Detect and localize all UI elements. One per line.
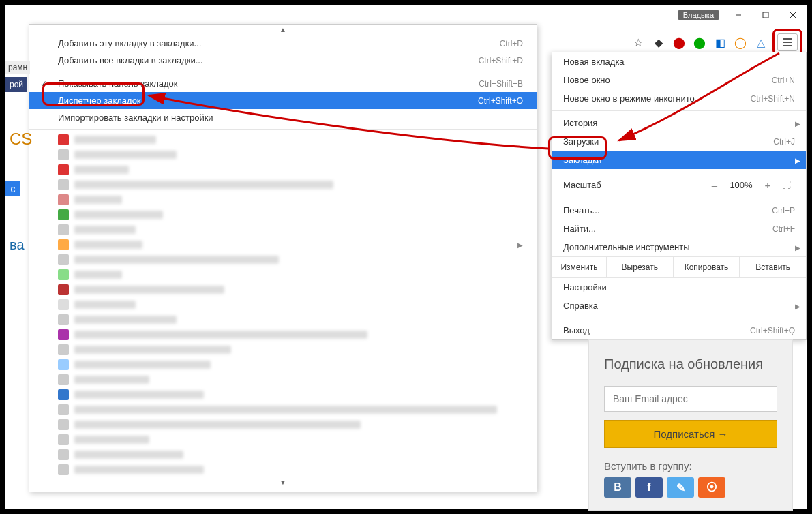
bookmark-item[interactable] xyxy=(29,417,537,432)
bookmark-item[interactable] xyxy=(29,207,537,222)
bookmark-item[interactable] xyxy=(29,147,537,162)
bookmark-item[interactable] xyxy=(29,312,537,327)
menu-edit-label: Изменить xyxy=(552,257,607,277)
extension-icon-4[interactable]: ◯ xyxy=(732,33,749,51)
page-fragment: CS xyxy=(10,130,32,149)
bookmark-item[interactable] xyxy=(29,447,537,462)
menu-zoom: Масштаб – 100% + ⛶ xyxy=(552,175,806,195)
submenu-show-bar[interactable]: ✓Показывать панель закладокCtrl+Shift+B xyxy=(29,75,537,92)
extension-icon-3[interactable]: ◧ xyxy=(711,33,729,51)
bookmark-item[interactable] xyxy=(29,267,537,282)
pocket-icon[interactable]: ◆ xyxy=(650,33,667,51)
bookmark-item[interactable] xyxy=(29,357,537,372)
subscribe-button[interactable]: Подписаться → xyxy=(604,420,777,448)
bookmark-item[interactable] xyxy=(29,177,537,192)
zoom-value: 100% xyxy=(724,180,758,190)
maximize-button[interactable] xyxy=(752,6,779,24)
menu-paste[interactable]: Вставить xyxy=(740,257,806,277)
bookmark-item[interactable]: ▶ xyxy=(29,237,537,252)
close-button[interactable] xyxy=(779,6,807,24)
bookmark-item[interactable] xyxy=(29,252,537,267)
bookmark-item[interactable] xyxy=(29,282,537,297)
page-fragment: с xyxy=(5,181,20,196)
menu-print[interactable]: Печать...Ctrl+P xyxy=(552,201,806,220)
bookmark-item[interactable] xyxy=(29,327,537,342)
svg-rect-1 xyxy=(763,12,768,18)
submenu-add-all[interactable]: Добавить все вкладки в закладки...Ctrl+S… xyxy=(29,52,537,69)
email-field[interactable] xyxy=(604,386,777,412)
submenu-import[interactable]: Импортировать закладки и настройки xyxy=(29,109,537,126)
bookmark-item[interactable] xyxy=(29,342,537,357)
facebook-icon[interactable]: f xyxy=(635,477,663,498)
bookmarks-submenu: ▲ Добавить эту вкладку в закладки...Ctrl… xyxy=(29,24,537,492)
bookmark-item[interactable] xyxy=(29,372,537,387)
subscribe-title: Подписка на обновления xyxy=(604,357,777,372)
menu-edit-row: Изменить Вырезать Копировать Вставить xyxy=(552,256,806,278)
zoom-out-button[interactable]: – xyxy=(705,179,724,191)
bookmark-list: ▶ xyxy=(29,132,537,477)
submenu-scroll-up[interactable]: ▲ xyxy=(29,25,537,35)
fullscreen-button[interactable]: ⛶ xyxy=(777,180,795,190)
extension-icon-1[interactable]: ⬤ xyxy=(670,33,688,51)
bookmark-item[interactable] xyxy=(29,387,537,402)
bookmark-item[interactable] xyxy=(29,132,537,147)
extension-icon-5[interactable]: △ xyxy=(752,33,770,51)
twitter-icon[interactable]: ✎ xyxy=(667,477,694,498)
bookmark-item[interactable] xyxy=(29,402,537,417)
window-titlebar: Владыка xyxy=(678,5,807,25)
menu-exit[interactable]: ВыходCtrl+Shift+Q xyxy=(552,321,806,339)
menu-downloads[interactable]: ЗагрузкиCtrl+J xyxy=(552,132,806,151)
subscribe-box: Подписка на обновления Подписаться → Вст… xyxy=(588,339,793,511)
menu-more-tools[interactable]: Дополнительные инструменты▶ xyxy=(552,238,806,256)
submenu-add-tab[interactable]: Добавить эту вкладку в закладки...Ctrl+D xyxy=(29,35,537,52)
zoom-in-button[interactable]: + xyxy=(758,179,777,191)
bookmark-item[interactable] xyxy=(29,222,537,237)
main-menu: Новая вкладка Новое окноCtrl+N Новое окн… xyxy=(552,52,807,340)
submenu-bookmark-manager[interactable]: Диспетчер закладокCtrl+Shift+O xyxy=(29,92,537,109)
browser-toolbar: ☆ ◆ ⬤ ⬤ ◧ ◯ △ xyxy=(629,30,802,55)
bookmark-item[interactable] xyxy=(29,192,537,207)
minimize-button[interactable] xyxy=(725,6,752,24)
bookmark-item[interactable] xyxy=(29,297,537,312)
menu-copy[interactable]: Копировать xyxy=(674,257,740,277)
menu-cut[interactable]: Вырезать xyxy=(607,257,674,277)
page-fragment: рой xyxy=(5,77,27,92)
menu-new-tab[interactable]: Новая вкладка xyxy=(552,52,806,71)
page-fragment: рамн xyxy=(5,61,30,74)
bookmark-item[interactable] xyxy=(29,462,537,477)
menu-find[interactable]: Найти...Ctrl+F xyxy=(552,220,806,238)
vk-icon[interactable]: B xyxy=(604,477,631,498)
group-title: Вступить в группу: xyxy=(604,460,777,472)
menu-history[interactable]: История▶ xyxy=(552,114,806,132)
rss-icon[interactable]: ⦿ xyxy=(698,477,725,498)
menu-settings[interactable]: Настройки xyxy=(552,278,806,297)
hamburger-menu-button[interactable] xyxy=(777,33,798,51)
user-badge: Владыка xyxy=(678,10,719,20)
menu-new-window[interactable]: Новое окноCtrl+N xyxy=(552,71,806,89)
menu-incognito[interactable]: Новое окно в режиме инкогнитоCtrl+Shift+… xyxy=(552,89,806,108)
extension-icon-2[interactable]: ⬤ xyxy=(691,33,708,51)
bookmark-item[interactable] xyxy=(29,162,537,177)
star-icon[interactable]: ☆ xyxy=(629,33,647,51)
menu-help[interactable]: Справка▶ xyxy=(552,297,806,315)
page-fragment: ва xyxy=(10,237,25,253)
submenu-scroll-down[interactable]: ▼ xyxy=(29,477,537,487)
bookmark-item[interactable] xyxy=(29,432,537,447)
menu-bookmarks[interactable]: Закладки▶ xyxy=(552,151,806,169)
